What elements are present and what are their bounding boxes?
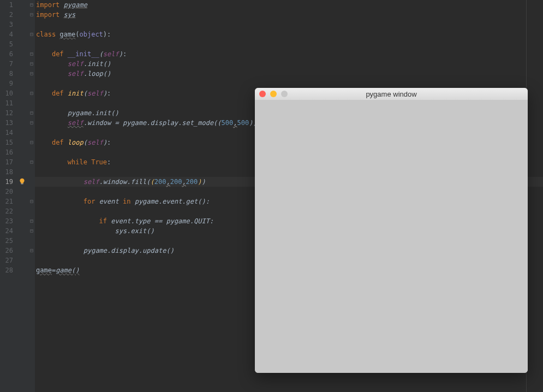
code-line[interactable]: def __init__(self): — [35, 49, 543, 59]
pygame-window[interactable]: pygame window — [255, 88, 528, 373]
line-number: 16 — [0, 147, 13, 157]
fold-toggle — [28, 236, 35, 246]
fold-toggle[interactable]: ⊟ — [28, 197, 35, 206]
fold-toggle[interactable]: ⊟ — [28, 59, 35, 69]
line-number: 7 — [0, 59, 13, 69]
line-number: 13 — [0, 118, 13, 128]
line-number: 12 — [0, 108, 13, 118]
fold-toggle[interactable]: ⊟ — [28, 49, 35, 59]
pygame-window-title: pygame window — [366, 90, 416, 98]
line-number: 1 — [0, 0, 13, 10]
gutter-icon-column — [16, 0, 28, 392]
line-number: 8 — [0, 69, 13, 79]
line-number: 18 — [0, 167, 13, 177]
line-number-gutter: 1234567891011121314151617181920212223242… — [0, 0, 16, 392]
line-number: 24 — [0, 226, 13, 236]
fold-toggle — [28, 167, 35, 177]
line-number: 25 — [0, 236, 13, 246]
fold-toggle — [28, 177, 35, 187]
fold-toggle[interactable]: ⊟ — [28, 246, 35, 256]
code-line[interactable]: self.init() — [35, 59, 543, 69]
fold-toggle[interactable]: ⊟ — [28, 29, 35, 39]
fold-toggle[interactable]: ⊟ — [28, 216, 35, 226]
line-number: 9 — [0, 79, 13, 88]
window-traffic-lights[interactable] — [259, 91, 288, 97]
fold-toggle[interactable]: ⊟ — [28, 138, 35, 147]
fold-toggle — [28, 98, 35, 108]
fold-toggle[interactable]: ⊟ — [28, 226, 35, 236]
pygame-window-titlebar[interactable]: pygame window — [255, 88, 528, 100]
code-line[interactable] — [35, 39, 543, 49]
line-number: 27 — [0, 256, 13, 265]
line-number: 3 — [0, 20, 13, 29]
line-number: 28 — [0, 265, 13, 275]
line-number: 2 — [0, 10, 13, 20]
code-line[interactable]: import sys — [35, 10, 543, 20]
fold-toggle[interactable]: ⊟ — [28, 10, 35, 20]
line-number: 10 — [0, 88, 13, 98]
code-line[interactable]: import pygame — [35, 0, 543, 10]
line-number: 23 — [0, 216, 13, 226]
fold-toggle[interactable]: ⊟ — [28, 88, 35, 98]
maximize-icon[interactable] — [281, 91, 288, 97]
fold-toggle — [28, 265, 35, 275]
fold-toggle — [28, 39, 35, 49]
fold-column[interactable]: ⊟⊟⊟⊟⊟⊟⊟⊟⊟⊟⊟⊟⊟⊟⊟ — [28, 0, 35, 392]
line-number: 17 — [0, 157, 13, 167]
code-line[interactable]: class game(object): — [35, 29, 543, 39]
code-line[interactable] — [35, 20, 543, 29]
pygame-window-canvas — [255, 100, 528, 373]
line-number: 19 — [0, 177, 13, 187]
fold-toggle[interactable]: ⊟ — [28, 0, 35, 10]
lightbulb-icon[interactable] — [19, 178, 26, 185]
code-line[interactable] — [35, 79, 543, 88]
line-number: 11 — [0, 98, 13, 108]
minimize-icon[interactable] — [270, 91, 277, 97]
fold-toggle[interactable]: ⊟ — [28, 69, 35, 79]
fold-toggle[interactable]: ⊟ — [28, 157, 35, 167]
line-number: 4 — [0, 29, 13, 39]
fold-toggle — [28, 147, 35, 157]
fold-toggle — [28, 20, 35, 29]
line-number: 22 — [0, 206, 13, 216]
fold-toggle — [28, 187, 35, 197]
fold-toggle — [28, 256, 35, 265]
fold-toggle[interactable]: ⊟ — [28, 108, 35, 118]
line-number: 6 — [0, 49, 13, 59]
line-number: 14 — [0, 128, 13, 138]
fold-toggle[interactable]: ⊟ — [28, 118, 35, 128]
fold-toggle — [28, 206, 35, 216]
close-icon[interactable] — [259, 91, 266, 97]
line-number: 15 — [0, 138, 13, 147]
line-number: 21 — [0, 197, 13, 206]
fold-toggle — [28, 79, 35, 88]
line-number: 5 — [0, 39, 13, 49]
svg-rect-0 — [21, 183, 23, 184]
code-line[interactable]: self.loop() — [35, 69, 543, 79]
line-number: 26 — [0, 246, 13, 256]
fold-toggle — [28, 128, 35, 138]
line-number: 20 — [0, 187, 13, 197]
